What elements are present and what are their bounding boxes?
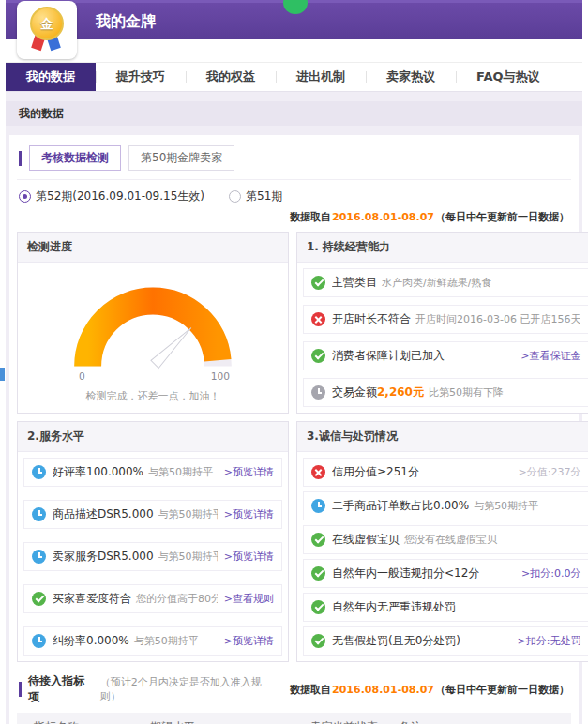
check-circle-icon [32, 592, 46, 606]
radio-unselected-icon [229, 190, 241, 203]
check-circle-icon [311, 276, 325, 290]
data-source-note: 数据取自2016.08.01-08.07（每日中午更新前一日数据） [290, 683, 569, 697]
pending-indicators-table: 指标名称 期望水平 卖家当前状态 备注 24发货速度 平均发货时长≤24小时 2… [17, 713, 571, 724]
metric-row-main-category: 主营类目水产肉类/新鲜蔬果/熟食 [303, 268, 588, 297]
preview-detail-link[interactable]: >预览详情 [224, 634, 274, 648]
metric-row-fake-items: 在线虚假宝贝您没有在线虚假宝贝 [303, 525, 588, 554]
radio-selected-icon [19, 190, 31, 203]
metric-text: 纠纷率0.000%与第50期持平 [53, 633, 218, 649]
col-current-status: 卖家当前状态 [294, 713, 393, 724]
preview-detail-link[interactable]: >预览详情 [224, 507, 274, 521]
service-panel-body: 好评率100.000%与第50期持平 >预览详情 商品描述DSR5.000与第5… [18, 452, 288, 661]
accent-bar [19, 682, 22, 697]
pending-section-title: 待接入指标项 [28, 673, 94, 705]
radio-period-51[interactable]: 第51期 [229, 189, 282, 204]
metric-text: 信用分值≥251分 [332, 464, 512, 480]
metric-text: 消费者保障计划已加入 [332, 348, 514, 364]
business-ability-panel: 1. 持续经营能力 主营类目水产肉类/新鲜蔬果/熟食 开店时长不符合开店时间20… [296, 232, 588, 414]
header-gap [6, 39, 582, 62]
period-selector: 第52期(2016.09.01-09.15生效) 第51期 [17, 180, 571, 206]
pending-section-subtitle: （预计2个月内决定是否加入准入规则） [100, 675, 277, 703]
business-panel-body: 主营类目水产肉类/新鲜蔬果/熟食 开店时长不符合开店时间2016-03-06 已… [297, 263, 588, 413]
radio-period-52[interactable]: 第52期(2016.09.01-09.15生效) [19, 189, 204, 204]
view-deposit-link[interactable]: >查看保证金 [520, 349, 580, 363]
cross-circle-icon [311, 312, 325, 326]
metric-text: 开店时长不符合开店时间2016-03-06 已开店156天 [332, 311, 580, 327]
accent-bar [19, 151, 22, 166]
business-panel-title: 1. 持续经营能力 [297, 233, 588, 263]
cross-circle-icon [311, 465, 325, 479]
metric-text: 二手商品订单数占比0.00%与第50期持平 [332, 498, 580, 514]
deduction-link[interactable]: >扣分:无处罚 [517, 634, 580, 648]
tab-faq[interactable]: FAQ与热议 [456, 63, 561, 91]
metric-row-credit-score: 信用分值≥251分 >分值:237分 [303, 458, 588, 487]
tab-seller-topics[interactable]: 卖家热议 [366, 63, 456, 91]
metric-row-general-violation: 自然年内一般违规扣分<12分 >扣分:0.0分 [303, 559, 588, 588]
metric-text: 好评率100.000%与第50期持平 [53, 464, 218, 480]
metric-text: 主营类目水产肉类/新鲜蔬果/熟食 [332, 275, 580, 291]
preview-detail-link[interactable]: >预览详情 [224, 550, 274, 564]
check-circle-icon [311, 533, 325, 547]
check-circle-icon [311, 349, 325, 363]
data-note-row: 数据取自2016.08.01-08.07（每日中午更新前一日数据） [17, 206, 571, 230]
pending-section-header: 待接入指标项 （预计2个月内决定是否加入准入规则） 数据取自2016.08.01… [19, 673, 569, 705]
main-tab-bar: 我的数据 提升技巧 我的权益 进出机制 卖家热议 FAQ与热议 [6, 62, 582, 92]
metrics-grid: 检测进度 [17, 232, 571, 662]
clock-icon [311, 499, 325, 513]
progress-gauge: 0 100 [53, 270, 252, 385]
radio-label-51: 第51期 [246, 189, 282, 204]
col-expected-level: 期望水平 [144, 713, 294, 724]
gauge-caption: 检测完成，还差一点，加油！ [23, 389, 282, 403]
clock-icon [32, 634, 46, 648]
metric-row-secondhand-ratio: 二手商品订单数占比0.00%与第50期持平 [303, 491, 588, 520]
check-circle-icon [311, 600, 325, 614]
metric-row-positive-rate: 好评率100.000%与第50期持平 >预览详情 [23, 458, 282, 487]
metric-text: 商品描述DSR5.000与第50期持平 [53, 506, 218, 522]
check-circle-icon [311, 634, 325, 648]
left-edge-decor [0, 368, 5, 381]
view-rules-link[interactable]: >查看规则 [224, 592, 274, 606]
section-title: 我的数据 [6, 101, 582, 126]
progress-panel-title: 检测进度 [18, 233, 288, 263]
subtab-bar: 考核数据检测 第50期金牌卖家 [17, 143, 571, 180]
medal-badge: 金 [17, 1, 77, 59]
metric-text: 交易金额2,260元比第50期有下降 [332, 385, 580, 400]
clock-icon [311, 385, 325, 400]
metric-row-dispute-rate: 纠纷率0.000%与第50期持平 >预览详情 [23, 626, 282, 656]
metric-text: 自然年内一般违规扣分<12分 [332, 566, 515, 581]
gauge-min-label: 0 [79, 370, 85, 382]
deduction-link[interactable]: >扣分:0.0分 [521, 566, 580, 581]
metric-text: 在线虚假宝贝您没有在线虚假宝贝 [332, 532, 580, 548]
page-header: 我的金牌 金 [6, 0, 582, 39]
radio-label-52: 第52期(2016.09.01-09.15生效) [36, 189, 204, 204]
tab-my-benefits[interactable]: 我的权益 [186, 63, 276, 91]
metric-row-item-dsr: 商品描述DSR5.000与第50期持平 >预览详情 [23, 500, 282, 529]
clock-icon [32, 507, 46, 521]
content-zone: 我的数据 考核数据检测 第50期金牌卖家 第52期(2016.09.01-09.… [6, 92, 582, 724]
metric-text: 无售假处罚(且无0分处罚) [332, 633, 510, 649]
tab-improve-skills[interactable]: 提升技巧 [96, 63, 186, 91]
metric-row-shop-age: 开店时长不符合开店时间2016-03-06 已开店156天 [303, 305, 588, 334]
metric-text: 卖家服务DSR5.000与第50期持平 [53, 549, 218, 565]
preview-detail-link[interactable]: >预览详情 [224, 465, 274, 479]
metric-row-severe-violation: 自然年内无严重违规处罚 [303, 593, 588, 622]
table-header-row: 指标名称 期望水平 卖家当前状态 备注 [17, 713, 571, 724]
metric-text: 买家喜爱度符合您的分值高于80分 [53, 591, 218, 607]
subtab-assessment-check[interactable]: 考核数据检测 [29, 145, 121, 171]
subtab-gold-seller-50[interactable]: 第50期金牌卖家 [128, 145, 234, 171]
progress-panel: 检测进度 [17, 232, 289, 414]
metric-text: 自然年内无严重违规处罚 [332, 599, 580, 615]
score-value: >分值:237分 [519, 465, 581, 479]
clock-icon [32, 465, 46, 479]
gauge-max-label: 100 [211, 370, 230, 382]
tab-my-data[interactable]: 我的数据 [6, 63, 96, 91]
metric-row-counterfeit: 无售假处罚(且无0分处罚) >扣分:无处罚 [303, 626, 588, 656]
progress-gauge-body: 0 100 检测完成，还差一点，加油！ [18, 263, 288, 413]
service-level-panel: 2.服务水平 好评率100.000%与第50期持平 >预览详情 商品描述DSR5… [17, 421, 289, 662]
check-circle-icon [311, 566, 325, 581]
col-remark: 备注 [394, 713, 571, 724]
integrity-panel-body: 信用分值≥251分 >分值:237分 二手商品订单数占比0.00%与第50期持平… [297, 452, 588, 661]
metric-row-transaction-amount: 交易金额2,260元比第50期有下降 [303, 378, 588, 407]
tab-entry-exit[interactable]: 进出机制 [276, 63, 366, 91]
main-panel: 考核数据检测 第50期金牌卖家 第52期(2016.09.01-09.15生效)… [9, 135, 579, 724]
